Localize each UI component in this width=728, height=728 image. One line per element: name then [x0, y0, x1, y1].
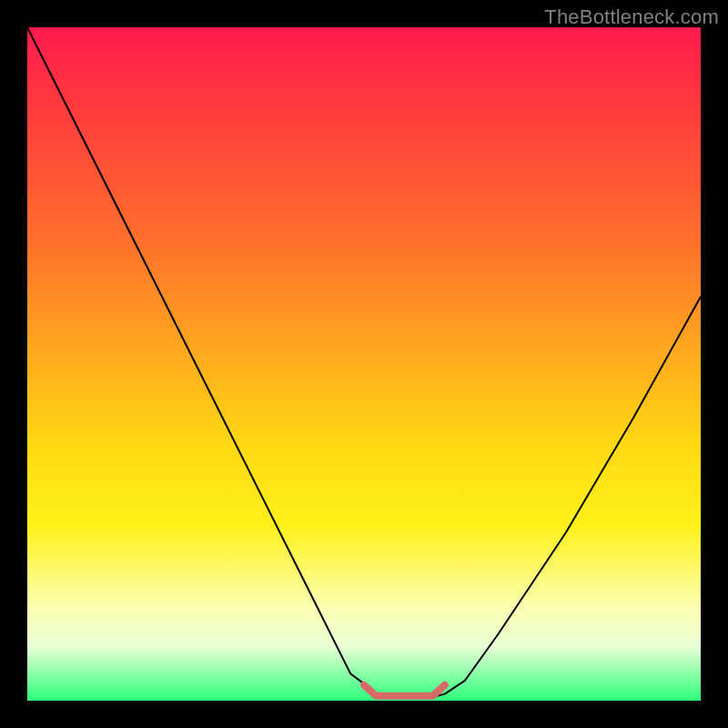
plot-area [27, 27, 701, 701]
bottleneck-curve [27, 27, 701, 701]
flat-region-marker [364, 685, 445, 696]
curve-line [27, 27, 701, 697]
watermark-text: TheBottleneck.com [544, 5, 719, 29]
stage: TheBottleneck.com [0, 0, 728, 728]
